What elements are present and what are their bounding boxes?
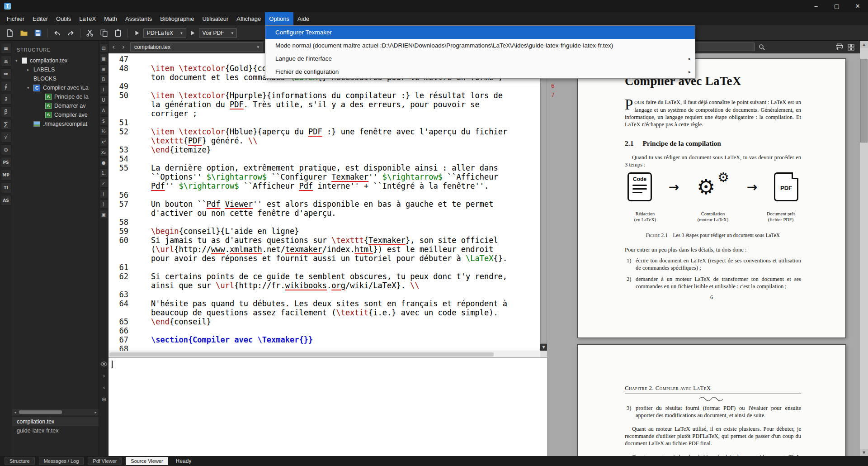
check-icon[interactable]: ✓ (99, 179, 108, 188)
statusbar-source-viewer[interactable]: Source Viewer (126, 457, 168, 465)
right-delimiter-icon[interactable]: ) (99, 200, 108, 209)
tree-item-images-compilat[interactable]: ./Images/compilat (12, 119, 99, 128)
copy-icon[interactable] (98, 27, 110, 39)
misc-math-symbols-icon[interactable]: ∮ (1, 81, 11, 92)
save-icon[interactable] (32, 27, 44, 39)
arrow-symbols-icon[interactable]: ⇒ (1, 68, 11, 79)
italic-icon[interactable]: I (99, 85, 108, 94)
menu-utilisateur[interactable]: Utilisateur (198, 12, 232, 25)
picture-icon[interactable]: ▣ (99, 210, 108, 219)
scroll-right-icon[interactable]: ▸ (93, 410, 99, 414)
relation-symbols-icon[interactable]: ≤ (1, 56, 11, 67)
menu-item-mode-normal-document-ma-tre-actuel-d-adr[interactable]: Mode normal (document maître actuel :D:\… (265, 39, 695, 52)
previous-item-icon[interactable]: ‹ (100, 384, 108, 391)
maximize-button[interactable]: ▢ (826, 0, 847, 12)
code-editor[interactable]: 4748\item \textcolor{Gold}{code source :… (108, 53, 540, 351)
superscript-icon[interactable]: x² (99, 137, 108, 146)
subscript-icon[interactable]: x₂ (99, 147, 108, 157)
open-folder-icon[interactable] (18, 27, 30, 39)
scrollbar-thumb[interactable] (19, 410, 62, 414)
scroll-up-icon[interactable]: ▲ (860, 41, 868, 48)
insert-array-icon[interactable]: ≣ (99, 64, 108, 73)
cut-icon[interactable] (84, 27, 96, 39)
editor-scrollbar-horizontal[interactable] (108, 351, 547, 357)
previous-document-button[interactable]: ‹ (108, 43, 118, 51)
document-selector[interactable]: compilation.tex ▾ (130, 42, 263, 52)
scrollbar-thumb[interactable] (860, 59, 868, 143)
tree-item-compiler-ave[interactable]: SCompiler ave (12, 110, 99, 119)
tree-expand-icon[interactable]: ▾ (15, 58, 22, 63)
tree-item-compiler-avec-la[interactable]: ▾CCompiler avec \La (12, 83, 99, 92)
menu-item-langue-de-l-interface[interactable]: Langue de l'interface▸ (265, 52, 695, 65)
scrollbar-thumb[interactable] (541, 61, 547, 343)
view-select[interactable]: Voir PDF ▾ (199, 28, 237, 38)
menu-aide[interactable]: Aide (293, 12, 313, 25)
left-delimiter-icon[interactable]: ( (99, 189, 108, 198)
run-view-button[interactable] (188, 28, 198, 38)
fraction-icon[interactable]: ½ (99, 127, 108, 136)
redo-icon[interactable] (65, 27, 77, 39)
tree-expand-icon[interactable]: ▾ (27, 86, 33, 90)
compiler-select[interactable]: PDFLaTeX ▾ (143, 28, 186, 38)
structure-scrollbar-horizontal[interactable]: ◂ ▸ (12, 409, 99, 415)
most-used-symbols-icon[interactable]: ∑ (1, 119, 11, 130)
menu-fichier[interactable]: Fichier (3, 12, 28, 25)
pdf-page-link[interactable]: 7 (551, 90, 555, 100)
undo-icon[interactable] (51, 27, 63, 39)
statusbar-structure[interactable]: Structure (5, 457, 35, 465)
menu-item-configurer-texmaker[interactable]: Configurer Texmaker (265, 26, 695, 39)
menu-bibliographie[interactable]: Bibliographie (156, 12, 198, 25)
open-file-guide-latex-fr-tex[interactable]: guide-latex-fr.tex (12, 426, 99, 435)
menu-item-fichier-de-configuration[interactable]: Fichier de configuration▸ (265, 65, 695, 78)
paste-icon[interactable] (112, 27, 124, 39)
statusbar-pdf-viewer[interactable]: Pdf Viewer (88, 457, 122, 465)
itemize-icon[interactable]: ● (99, 158, 108, 167)
editor-scrollbar-vertical[interactable]: ▲ ▼ (540, 53, 547, 351)
menu-editer[interactable]: Editer (28, 12, 52, 25)
minimize-button[interactable]: – (806, 0, 826, 12)
tree-expand-icon[interactable]: ▸ (27, 67, 33, 72)
bold-icon[interactable]: B (99, 75, 108, 84)
scroll-left-icon[interactable]: ◂ (12, 410, 18, 414)
favourite-symbols-icon[interactable]: √ (1, 132, 11, 143)
next-document-button[interactable]: › (118, 43, 128, 51)
tikz-commands-icon[interactable]: TI (1, 182, 11, 193)
structure-view-icon[interactable]: ≡ (1, 43, 11, 54)
pdf-search-input[interactable] (687, 43, 755, 51)
tree-item-labels[interactable]: ▸LABELS (12, 65, 99, 74)
scrollbar-thumb[interactable] (109, 352, 494, 357)
tree-item-principe-de-la[interactable]: SPrincipe de la (12, 92, 99, 101)
statusbar-messages-log[interactable]: Messages / Log (39, 457, 84, 465)
enumerate-icon[interactable]: 1. (99, 168, 108, 177)
menu-math[interactable]: Math (100, 12, 121, 25)
user-tags-icon[interactable]: ⊕ (1, 144, 11, 155)
math-mode-icon[interactable]: $ (99, 116, 108, 125)
close-log-icon[interactable]: ⊗ (100, 395, 108, 403)
scroll-down-icon[interactable]: ▼ (540, 344, 547, 351)
print-icon[interactable] (835, 43, 844, 51)
greek-symbols-icon[interactable]: β (1, 106, 11, 117)
underline-icon[interactable]: U (99, 95, 108, 105)
asymptote-commands-icon[interactable]: AS (1, 195, 11, 206)
menu-latex[interactable]: LaTeX (75, 12, 100, 25)
menu-assistants[interactable]: Assistants (121, 12, 156, 25)
scroll-down-icon[interactable]: ▼ (860, 449, 868, 456)
menu-affichage[interactable]: Affichage (232, 12, 265, 25)
next-item-icon[interactable]: › (100, 372, 108, 379)
toggle-log-icon[interactable] (100, 360, 108, 367)
menu-outils[interactable]: Outils (52, 12, 75, 25)
scrollbar-track[interactable] (18, 409, 93, 415)
page-layout-icon[interactable] (846, 43, 855, 51)
run-compile-button[interactable] (132, 28, 142, 38)
new-file-icon[interactable] (4, 27, 16, 39)
tree-item-blocks[interactable]: BLOCKS (12, 74, 99, 83)
log-area[interactable] (108, 357, 547, 456)
search-icon[interactable] (757, 43, 766, 51)
font-size-icon[interactable]: A (99, 106, 108, 115)
new-from-template-icon[interactable]: ▤ (99, 43, 108, 52)
pdf-page-link[interactable]: 6 (551, 81, 555, 90)
menu-options[interactable]: Options (265, 12, 293, 25)
insert-table-icon[interactable]: ▦ (99, 54, 108, 63)
pstricks-commands-icon[interactable]: PS (1, 157, 11, 168)
close-button[interactable]: ✕ (847, 0, 868, 12)
